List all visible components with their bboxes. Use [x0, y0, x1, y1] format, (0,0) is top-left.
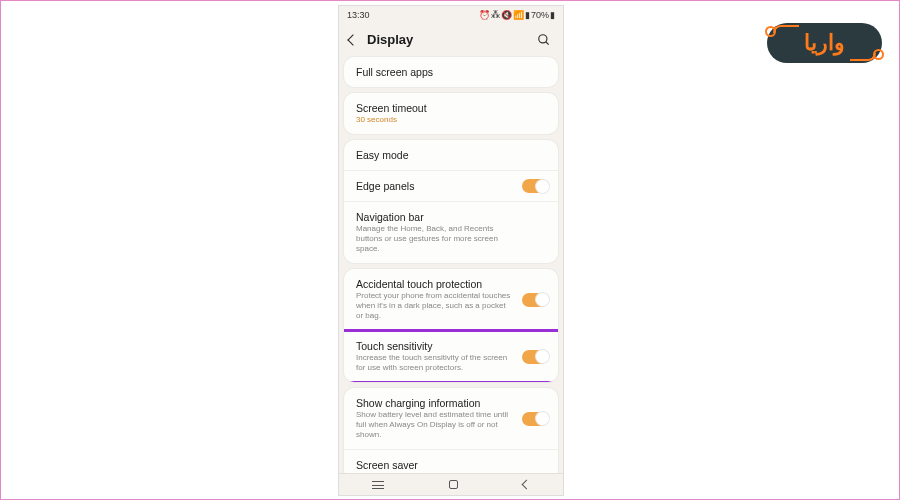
- alarm-icon: ⏰: [479, 10, 490, 20]
- toggle-knob: [536, 350, 549, 363]
- toggle-switch[interactable]: [522, 179, 548, 193]
- settings-row[interactable]: Show charging informationShow battery le…: [344, 388, 558, 449]
- row-title: Touch sensitivity: [356, 340, 546, 352]
- row-title: Screen saver: [356, 459, 546, 471]
- settings-row[interactable]: Full screen apps: [344, 57, 558, 87]
- status-time: 13:30: [347, 10, 370, 20]
- settings-row[interactable]: Accidental touch protectionProtect your …: [344, 269, 558, 330]
- toggle-switch[interactable]: [522, 412, 548, 426]
- settings-group: Accidental touch protectionProtect your …: [344, 269, 558, 382]
- row-title: Accidental touch protection: [356, 278, 546, 290]
- row-title: Screen timeout: [356, 102, 546, 114]
- recents-button[interactable]: [372, 481, 384, 489]
- settings-row[interactable]: Navigation barManage the Home, Back, and…: [344, 201, 558, 263]
- svg-line-1: [546, 41, 549, 44]
- wifi-icon: 📶: [513, 10, 524, 20]
- row-title: Full screen apps: [356, 66, 546, 78]
- row-title: Easy mode: [356, 149, 546, 161]
- toggle-knob: [536, 412, 549, 425]
- home-button[interactable]: [449, 480, 458, 489]
- settings-row[interactable]: Edge panels: [344, 170, 558, 201]
- brand-logo: واریا: [767, 23, 882, 63]
- battery-text: 70%: [531, 10, 549, 20]
- android-navbar: [339, 473, 563, 495]
- battery-icon: ▮: [550, 10, 555, 20]
- row-subtitle: 30 seconds: [356, 115, 546, 125]
- settings-group: Full screen apps: [344, 57, 558, 87]
- page-title: Display: [367, 32, 413, 47]
- settings-group: Easy modeEdge panelsNavigation barManage…: [344, 140, 558, 263]
- phone-frame: 13:30 ⏰ ⁂ 🔇 📶 ▮ 70% ▮ Display Full scree…: [338, 5, 564, 496]
- row-subtitle: Show battery level and estimated time un…: [356, 410, 546, 440]
- nav-back-button[interactable]: [522, 480, 532, 490]
- svg-point-0: [539, 34, 547, 42]
- row-title: Show charging information: [356, 397, 546, 409]
- settings-row[interactable]: Screen timeout30 seconds: [344, 93, 558, 134]
- settings-group: Show charging informationShow battery le…: [344, 388, 558, 480]
- status-bar: 13:30 ⏰ ⁂ 🔇 📶 ▮ 70% ▮: [339, 6, 563, 24]
- toggle-switch[interactable]: [522, 293, 548, 307]
- mute-icon: 🔇: [501, 10, 512, 20]
- signal-icon: ▮: [525, 10, 530, 20]
- status-icons: ⏰ ⁂ 🔇 📶 ▮ 70% ▮: [479, 10, 555, 20]
- settings-row[interactable]: Touch sensitivityIncrease the touch sens…: [344, 330, 558, 382]
- row-title: Navigation bar: [356, 211, 546, 223]
- row-subtitle: Manage the Home, Back, and Recents butto…: [356, 224, 546, 254]
- settings-list: Full screen appsScreen timeout30 seconds…: [339, 57, 563, 484]
- toggle-knob: [536, 180, 549, 193]
- search-icon[interactable]: [537, 33, 551, 47]
- back-icon[interactable]: [347, 34, 358, 45]
- bluetooth-icon: ⁂: [491, 10, 500, 20]
- screen-header: Display: [339, 24, 563, 57]
- row-subtitle: Protect your phone from accidental touch…: [356, 291, 546, 321]
- settings-group: Screen timeout30 seconds: [344, 93, 558, 134]
- toggle-switch[interactable]: [522, 350, 548, 364]
- settings-row[interactable]: Easy mode: [344, 140, 558, 170]
- row-subtitle: Increase the touch sensitivity of the sc…: [356, 353, 546, 373]
- toggle-knob: [536, 293, 549, 306]
- row-title: Edge panels: [356, 180, 546, 192]
